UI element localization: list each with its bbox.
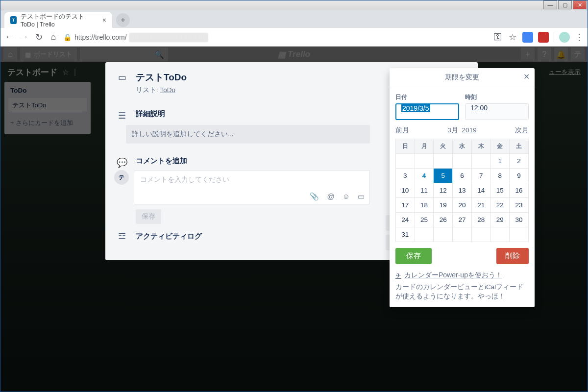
browser-toolbar: ← → ↻ ⌂ 🔒 https://trello.com/ ██████████…	[0, 28, 588, 47]
datepicker-delete-button[interactable]: 削除	[496, 248, 529, 264]
month-link[interactable]: 3月	[447, 126, 458, 134]
calendar-day[interactable]: 1	[490, 154, 510, 169]
calendar-day[interactable]: 17	[396, 198, 415, 213]
card-icon: ▭	[115, 71, 129, 95]
weekday-header: 火	[434, 139, 453, 154]
calendar-day[interactable]: 2	[510, 154, 529, 169]
url-blurred: ████████████████	[130, 33, 208, 41]
calendar-day[interactable]: 3	[396, 169, 415, 183]
comment-input[interactable]: コメントを入力してください	[134, 171, 369, 189]
calendar-day	[415, 154, 434, 169]
calendar-day[interactable]: 9	[510, 169, 529, 183]
card-list-info: リスト: ToDo	[136, 86, 187, 95]
weekday-header: 水	[453, 139, 472, 154]
send-icon: ✈	[395, 271, 401, 279]
extension-icon-1[interactable]	[522, 32, 533, 43]
window-close-button[interactable]: ✕	[573, 0, 587, 9]
popover-header: 期限を変更 ✕	[390, 68, 535, 87]
description-icon: ☰	[115, 109, 129, 121]
due-date-popover: 期限を変更 ✕ 日付 2019/3/5 時刻 12:00 前月 3月 2019	[390, 68, 535, 307]
url-text: https://trello.com/	[74, 33, 127, 41]
calendar-day[interactable]: 25	[415, 213, 434, 227]
list-link[interactable]: ToDo	[160, 86, 176, 94]
new-tab-button[interactable]: +	[116, 13, 130, 27]
calendar-day[interactable]: 5	[434, 169, 453, 183]
mention-icon[interactable]: @	[327, 192, 334, 201]
calendar-day	[510, 227, 529, 242]
calendar-powerup-link[interactable]: ✈カレンダーPower-upを使おう！	[395, 271, 529, 280]
calendar-day[interactable]: 7	[471, 169, 490, 183]
profile-avatar[interactable]	[559, 32, 570, 43]
calendar-powerup-description: カードのカレンダービューとiCalフィードが使えるようになります。やっほ！	[395, 283, 529, 301]
calendar-day[interactable]: 14	[471, 183, 490, 198]
calendar-day[interactable]: 11	[415, 183, 434, 198]
emoji-icon[interactable]: ☺	[343, 192, 350, 201]
calendar-day[interactable]: 27	[453, 213, 472, 227]
calendar-day[interactable]: 15	[490, 183, 510, 198]
time-input[interactable]: 12:00	[465, 103, 529, 120]
calendar-day[interactable]: 28	[471, 213, 490, 227]
card-link-icon[interactable]: ▭	[358, 192, 365, 201]
comment-save-button[interactable]: 保存	[136, 209, 161, 224]
tab-title: テストボードのテストToDo | Trello	[21, 13, 98, 28]
calendar-day	[471, 227, 490, 242]
date-label: 日付	[395, 93, 459, 101]
next-month-link[interactable]: 次月	[515, 126, 529, 135]
prev-month-link[interactable]: 前月	[395, 126, 409, 135]
calendar-grid: 日月火水木金土 12345678910111213141516171819202…	[395, 139, 529, 242]
calendar-day[interactable]: 23	[510, 198, 529, 213]
description-input[interactable]: 詳しい説明を追加してください...	[126, 125, 370, 144]
weekday-header: 金	[490, 139, 510, 154]
tab-close-icon[interactable]: ×	[102, 16, 106, 24]
browser-tab[interactable]: T テストボードのテストToDo | Trello ×	[4, 12, 112, 28]
weekday-header: 月	[415, 139, 434, 154]
calendar-day[interactable]: 12	[434, 183, 453, 198]
calendar-day[interactable]: 20	[453, 198, 472, 213]
extension-icon-2[interactable]	[538, 32, 549, 43]
window-minimize-button[interactable]: —	[543, 0, 557, 9]
browser-menu-button[interactable]: ⋮	[575, 32, 584, 43]
calendar-day[interactable]: 21	[471, 198, 490, 213]
key-icon[interactable]: ⚿	[493, 32, 503, 42]
forward-button[interactable]: →	[19, 32, 29, 42]
calendar-nav: 前月 3月 2019 次月	[395, 126, 529, 135]
favicon-icon: T	[10, 16, 17, 24]
card-title[interactable]: テストToDo	[136, 71, 187, 84]
calendar-day	[453, 227, 472, 242]
bookmark-star-icon[interactable]: ☆	[508, 32, 517, 42]
popover-close-icon[interactable]: ✕	[523, 72, 530, 81]
time-label: 時刻	[465, 93, 529, 101]
calendar-day[interactable]: 30	[510, 213, 529, 227]
comment-icon: 💬	[115, 156, 129, 168]
calendar-day[interactable]: 31	[396, 227, 415, 242]
calendar-day[interactable]: 13	[453, 183, 472, 198]
activity-heading: アクティビティログ	[136, 232, 202, 241]
calendar-day[interactable]: 26	[434, 213, 453, 227]
window-maximize-button[interactable]: ▢	[558, 0, 572, 9]
calendar-day[interactable]: 10	[396, 183, 415, 198]
reload-button[interactable]: ↻	[34, 32, 44, 42]
calendar-day[interactable]: 8	[490, 169, 510, 183]
year-link[interactable]: 2019	[462, 126, 477, 134]
calendar-day[interactable]: 18	[415, 198, 434, 213]
comment-heading: コメントを追加	[136, 156, 187, 168]
back-button[interactable]: ←	[4, 32, 14, 42]
calendar-day[interactable]: 16	[510, 183, 529, 198]
attachment-icon[interactable]: 📎	[310, 192, 319, 201]
calendar-day[interactable]: 29	[490, 213, 510, 227]
url-field[interactable]: 🔒 https://trello.com/ ████████████████	[63, 33, 488, 41]
date-input[interactable]: 2019/3/5	[395, 103, 459, 120]
calendar-day[interactable]: 4	[415, 169, 434, 183]
datepicker-save-button[interactable]: 保存	[395, 248, 432, 264]
calendar-day[interactable]: 22	[490, 198, 510, 213]
comment-toolbar: 📎 @ ☺ ▭	[134, 189, 369, 204]
weekday-header: 木	[471, 139, 490, 154]
calendar-day[interactable]: 6	[453, 169, 472, 183]
window-titlebar: — ▢ ✕	[0, 0, 588, 10]
home-button[interactable]: ⌂	[49, 32, 58, 42]
calendar-day[interactable]: 19	[434, 198, 453, 213]
calendar-day	[434, 227, 453, 242]
popover-title: 期限を変更	[445, 73, 479, 81]
weekday-header: 土	[510, 139, 529, 154]
calendar-day[interactable]: 24	[396, 213, 415, 227]
